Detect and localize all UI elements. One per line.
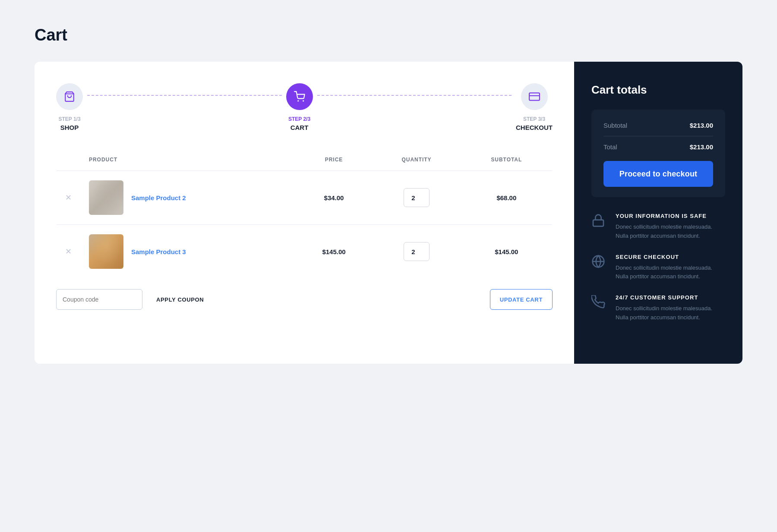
trust-item-support: 24/7 CUSTOMER SUPPORT Donec sollicitudin…	[591, 294, 725, 322]
trust-title-safe: YOUR INFORMATION IS SAFE	[616, 213, 725, 219]
svg-point-1	[297, 100, 299, 101]
cart-actions: APPLY COUPON UPDATE CART	[56, 289, 553, 310]
step-checkout-label: STEP 3/3	[523, 116, 545, 122]
table-row: ✕ Sample Product 2 $34.00 $68.00	[57, 171, 553, 225]
qty-cell-2	[372, 225, 461, 279]
trust-items: YOUR INFORMATION IS SAFE Donec sollicitu…	[591, 213, 725, 322]
svg-rect-3	[529, 93, 540, 100]
total-row: Total $213.00	[603, 143, 713, 151]
step-cart-circle	[286, 83, 313, 110]
col-product: PRODUCT	[80, 149, 296, 171]
product-cell-inner-2: Sample Product 3	[89, 234, 287, 269]
subtotal-label: Subtotal	[603, 122, 627, 129]
trust-title-secure: SECURE CHECKOUT	[616, 254, 725, 260]
col-price: PRICE	[296, 149, 373, 171]
main-layout: STEP 1/3 SHOP STEP 2/3 CART	[35, 62, 742, 364]
qty-cell-1	[372, 171, 461, 225]
step-checkout: STEP 3/3 CHECKOUT	[516, 83, 553, 131]
subtotal-row: Subtotal $213.00	[603, 122, 713, 129]
globe-icon	[591, 254, 609, 271]
subtotal-cell-2: $145.00	[461, 225, 553, 279]
totals-card: Subtotal $213.00 Total $213.00 Proceed t…	[591, 110, 725, 197]
table-row: ✕ Sample Product 3 $145.00 $145.00	[57, 225, 553, 279]
step-cart-label: STEP 2/3	[288, 116, 310, 122]
phone-icon	[591, 294, 609, 312]
total-label: Total	[603, 143, 617, 151]
cart-totals-title: Cart totals	[591, 83, 725, 97]
trust-item-safe: YOUR INFORMATION IS SAFE Donec sollicitu…	[591, 213, 725, 241]
connector-1	[87, 95, 282, 96]
remove-cell-2: ✕	[57, 225, 81, 279]
coupon-group: APPLY COUPON	[56, 289, 212, 310]
coupon-input[interactable]	[56, 289, 142, 310]
trust-item-secure: SECURE CHECKOUT Donec sollicitudin moles…	[591, 254, 725, 282]
subtotal-cell-1: $68.00	[461, 171, 553, 225]
trust-title-support: 24/7 CUSTOMER SUPPORT	[616, 294, 725, 301]
step-shop: STEP 1/3 SHOP	[56, 83, 83, 131]
cart-table: PRODUCT PRICE QUANTITY SUBTOTAL ✕ Sample…	[56, 148, 553, 279]
lock-icon	[591, 213, 609, 230]
steps-container: STEP 1/3 SHOP STEP 2/3 CART	[56, 83, 553, 131]
price-cell-1: $34.00	[296, 171, 373, 225]
trust-desc-safe: Donec sollicitudin molestie malesuada. N…	[616, 223, 725, 241]
total-value: $213.00	[690, 143, 713, 151]
trust-desc-secure: Donec sollicitudin molestie malesuada. N…	[616, 264, 725, 282]
sidebar-section: Cart totals Subtotal $213.00 Total $213.…	[574, 62, 742, 364]
step-shop-label: STEP 1/3	[58, 116, 80, 122]
remove-cell-1: ✕	[57, 171, 81, 225]
product-cell-1: Sample Product 2	[80, 171, 296, 225]
svg-point-2	[303, 100, 304, 101]
trust-text-secure: SECURE CHECKOUT Donec sollicitudin moles…	[616, 254, 725, 282]
step-checkout-circle	[521, 83, 548, 110]
proceed-to-checkout-button[interactable]: Proceed to checkout	[603, 161, 713, 187]
step-cart: STEP 2/3 CART	[286, 83, 313, 131]
step-checkout-name: CHECKOUT	[516, 124, 553, 131]
product-cell-2: Sample Product 3	[80, 225, 296, 279]
col-quantity: QUANTITY	[372, 149, 461, 171]
subtotal-value: $213.00	[690, 122, 713, 129]
cart-section: STEP 1/3 SHOP STEP 2/3 CART	[35, 62, 574, 364]
remove-button-2[interactable]: ✕	[65, 248, 72, 255]
price-cell-2: $145.00	[296, 225, 373, 279]
qty-input-1[interactable]	[404, 188, 430, 207]
product-image-2	[89, 234, 123, 269]
product-cell-inner-1: Sample Product 2	[89, 180, 287, 215]
step-shop-name: SHOP	[60, 124, 79, 131]
connector-2	[317, 95, 512, 96]
totals-divider	[603, 136, 713, 136]
remove-button-1[interactable]: ✕	[65, 194, 72, 201]
update-cart-button[interactable]: UPDATE CART	[490, 289, 553, 310]
qty-input-2[interactable]	[404, 242, 430, 261]
product-name-2[interactable]: Sample Product 3	[131, 248, 186, 255]
trust-desc-support: Donec sollicitudin molestie malesuada. N…	[616, 304, 725, 322]
svg-rect-5	[593, 220, 603, 227]
trust-text-safe: YOUR INFORMATION IS SAFE Donec sollicitu…	[616, 213, 725, 241]
trust-text-support: 24/7 CUSTOMER SUPPORT Donec sollicitudin…	[616, 294, 725, 322]
col-subtotal: SUBTOTAL	[461, 149, 553, 171]
step-shop-circle	[56, 83, 83, 110]
apply-coupon-button[interactable]: APPLY COUPON	[148, 289, 212, 310]
page-title: Cart	[35, 26, 742, 44]
product-name-1[interactable]: Sample Product 2	[131, 194, 186, 201]
step-cart-name: CART	[291, 124, 309, 131]
col-remove	[57, 149, 81, 171]
product-image-1	[89, 180, 123, 215]
